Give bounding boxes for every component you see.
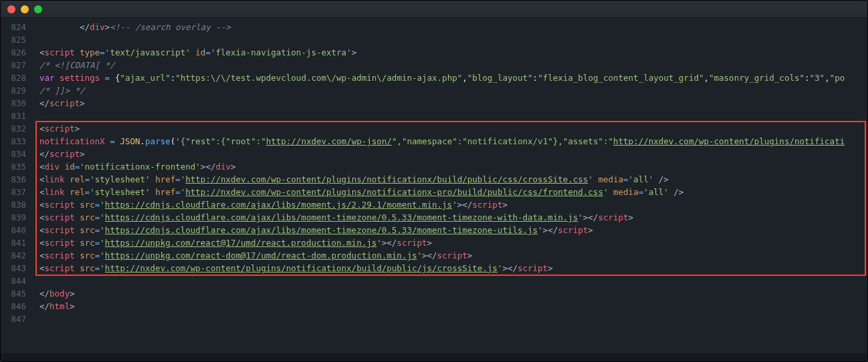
code-token bbox=[55, 73, 60, 83]
code-token bbox=[608, 187, 613, 197]
code-token: href bbox=[155, 187, 175, 197]
code-line[interactable]: <script src='https://cdnjs.cloudflare.co… bbox=[39, 211, 867, 224]
code-token: , bbox=[825, 73, 830, 83]
code-token: ' bbox=[100, 212, 105, 222]
code-token: = bbox=[100, 47, 105, 57]
code-token: ' bbox=[417, 250, 422, 260]
code-token: < bbox=[39, 212, 45, 222]
line-number: 844 bbox=[1, 275, 33, 287]
code-token: ' bbox=[538, 225, 543, 235]
code-line[interactable]: </body> bbox=[39, 287, 867, 300]
window-titlebar bbox=[1, 1, 867, 18]
code-token: script bbox=[45, 250, 75, 260]
code-token: script bbox=[45, 225, 75, 235]
code-line[interactable]: </script> bbox=[39, 148, 867, 160]
code-token: = bbox=[623, 174, 629, 184]
code-line[interactable]: <script> bbox=[39, 122, 867, 135]
code-token: src bbox=[80, 225, 95, 235]
code-token: 'all' bbox=[629, 174, 654, 184]
line-number-gutter: 8248258268278288298308318328338348358368… bbox=[1, 18, 33, 353]
code-token: id bbox=[195, 47, 205, 57]
code-line[interactable]: </div><!-- /search overlay --> bbox=[39, 21, 867, 33]
code-token: : bbox=[533, 73, 538, 83]
code-line[interactable] bbox=[39, 33, 867, 46]
code-token: 'flexia-navigation-js-extra' bbox=[211, 47, 352, 57]
code-token: > bbox=[75, 124, 80, 134]
code-token: /* <![CDATA[ */ bbox=[39, 60, 115, 70]
code-token: http://nxdev.com/wp-content/plugins/noti… bbox=[185, 187, 603, 197]
code-line[interactable] bbox=[39, 110, 867, 122]
code-line[interactable]: </script> bbox=[39, 97, 867, 110]
code-token: parse bbox=[145, 136, 171, 146]
code-token: = bbox=[205, 47, 211, 57]
code-token: < bbox=[39, 162, 45, 172]
line-number: 835 bbox=[1, 160, 33, 173]
code-line[interactable]: <link rel='stylesheet' href='http://nxde… bbox=[39, 186, 867, 198]
code-line[interactable]: var settings = {"ajax_url":"https:\/\/te… bbox=[39, 71, 867, 84]
line-number: 832 bbox=[1, 122, 33, 135]
code-line[interactable]: <script src='https://unpkg.com/react-dom… bbox=[39, 249, 867, 262]
code-token: = bbox=[175, 174, 181, 184]
minimize-icon[interactable] bbox=[21, 5, 29, 13]
code-token: > bbox=[80, 98, 85, 108]
code-line[interactable]: notificationX = JSON.parse('{"rest":{"ro… bbox=[39, 135, 867, 148]
code-token: https://cdnjs.cloudflare.com/ajax/libs/m… bbox=[105, 225, 538, 235]
code-line[interactable]: <div id='notificationx-frontend'></div> bbox=[39, 160, 867, 173]
code-token: < bbox=[39, 238, 45, 248]
code-line[interactable]: <script src='https://cdnjs.cloudflare.co… bbox=[39, 198, 867, 211]
code-line[interactable]: <script type='text/javascript' id='flexi… bbox=[39, 46, 867, 59]
code-token: html bbox=[49, 301, 70, 311]
code-token: body bbox=[49, 289, 70, 299]
code-token: < bbox=[39, 263, 45, 273]
code-token: notificationX bbox=[39, 136, 105, 146]
maximize-icon[interactable] bbox=[34, 5, 42, 13]
code-token: "masonry_grid_cols" bbox=[709, 73, 804, 83]
code-token: ' bbox=[100, 225, 105, 235]
code-token: https://unpkg.com/react@17/umd/react.pro… bbox=[105, 238, 376, 248]
line-number: 824 bbox=[1, 21, 33, 33]
code-line[interactable]: <script src='https://unpkg.com/react@17/… bbox=[39, 236, 867, 249]
line-number: 837 bbox=[1, 186, 33, 198]
code-token: </ bbox=[39, 98, 49, 108]
code-editor[interactable]: 8248258268278288298308318328338348358368… bbox=[1, 18, 867, 353]
code-line[interactable] bbox=[39, 275, 867, 287]
line-number: 834 bbox=[1, 148, 33, 160]
line-number: 825 bbox=[1, 33, 33, 46]
code-line[interactable] bbox=[39, 313, 867, 325]
close-icon[interactable] bbox=[7, 5, 15, 13]
code-line[interactable]: <script src='https://cdnjs.cloudflare.co… bbox=[39, 224, 867, 236]
line-number: 841 bbox=[1, 236, 33, 249]
line-number: 829 bbox=[1, 84, 33, 97]
code-token: div bbox=[90, 22, 105, 32]
code-line[interactable]: /* ]]> */ bbox=[39, 84, 867, 97]
editor-footer bbox=[1, 353, 867, 361]
code-token: ' bbox=[452, 200, 457, 210]
code-token: < bbox=[39, 225, 45, 235]
code-area[interactable]: </div><!-- /search overlay --><script ty… bbox=[33, 18, 867, 353]
code-token: script bbox=[45, 263, 75, 273]
code-token: script bbox=[397, 238, 427, 248]
code-token: var bbox=[39, 73, 55, 83]
code-token: < bbox=[39, 174, 45, 184]
code-token: > bbox=[629, 212, 634, 222]
code-token: "https:\/\/test.wpdevcloud.com\/wp-admin… bbox=[175, 73, 462, 83]
code-token: /* ]]> */ bbox=[39, 85, 85, 96]
code-line[interactable]: <link rel='stylesheet' href='http://nxde… bbox=[39, 173, 867, 186]
code-token: < bbox=[39, 124, 45, 134]
code-line[interactable]: </html> bbox=[39, 300, 867, 313]
code-line[interactable]: /* <![CDATA[ */ bbox=[39, 59, 867, 71]
code-token: src bbox=[80, 263, 95, 273]
code-token: > bbox=[548, 263, 553, 273]
code-token: 'text/javascript' bbox=[105, 47, 191, 57]
code-token: https://cdnjs.cloudflare.com/ajax/libs/m… bbox=[105, 200, 452, 210]
code-line[interactable]: <script src='http://nxdev.com/wp-content… bbox=[39, 262, 867, 275]
code-token bbox=[150, 187, 156, 197]
code-token: ' bbox=[578, 212, 583, 222]
code-token: link bbox=[45, 187, 65, 197]
code-token: . bbox=[140, 136, 146, 146]
code-token: < bbox=[39, 187, 45, 197]
code-token: 'notificationx-frontend' bbox=[80, 162, 201, 172]
line-number: 830 bbox=[1, 97, 33, 110]
line-number: 827 bbox=[1, 59, 33, 71]
code-token: > bbox=[427, 238, 433, 248]
